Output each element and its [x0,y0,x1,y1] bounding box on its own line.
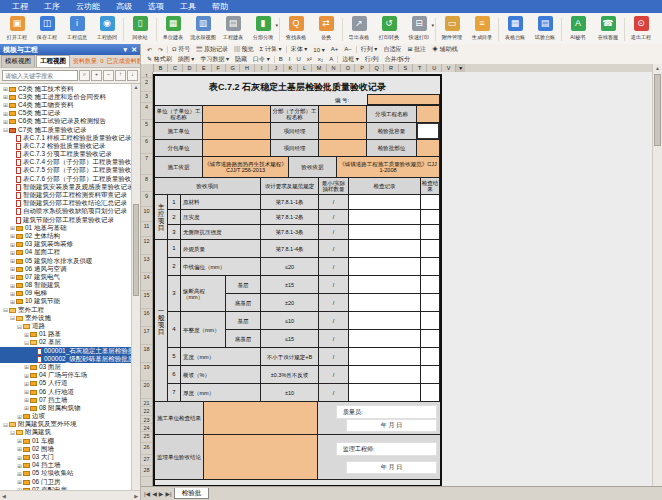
project-collab-button[interactable]: ◉工程协同 [92,14,122,45]
record-cell[interactable] [349,312,421,330]
tree-item[interactable]: ⊞08 附属构筑物 [0,404,132,412]
tree-item[interactable]: ⊞02 围墙 [0,445,132,453]
password-button[interactable]: 口令 ▾ [250,55,273,64]
tree-item[interactable]: ⊞07 建筑电气 [0,273,132,281]
collapse-all-button[interactable]: − [103,70,114,81]
row-header-16[interactable]: 16 [141,309,152,327]
last-sheet-icon[interactable]: ▶| [165,490,171,497]
row-header-4[interactable]: 4 [141,103,152,120]
tree-item[interactable]: ⊞02 主体结构 [0,232,132,240]
column-header-M[interactable]: M [312,64,326,72]
lock-row-col-button[interactable]: 行/列 [362,55,382,64]
move-up-button[interactable]: ↑ [115,70,126,81]
result-cell[interactable] [421,210,440,225]
column-header-F[interactable]: F [212,64,226,72]
record-cell[interactable] [349,240,421,258]
expander-icon[interactable]: ⊟ [2,422,9,428]
record-cell[interactable] [349,348,421,366]
column-header-G[interactable]: G [226,64,240,72]
row-header-28[interactable]: 28 [141,466,152,477]
test-ledger-button[interactable]: ▤试验台账 [530,14,560,45]
expander-icon[interactable]: ⊟ [23,340,30,346]
result-cell[interactable] [421,276,440,294]
tree-horizontal-scrollbar[interactable]: ◀▶ [0,490,140,500]
expander-icon[interactable]: ⊞ [23,364,30,370]
info-value[interactable] [319,140,367,157]
expander-icon[interactable]: ⊞ [16,455,23,461]
tree-item[interactable]: ⊞03 面层 [0,363,132,371]
learning-data-button[interactable]: 学习数据 ▾ [197,55,232,64]
column-header-T[interactable]: T [413,64,427,72]
column-header-R[interactable]: R [384,64,398,72]
row-header-26[interactable]: 26 [141,443,152,454]
row-header-25[interactable]: 25 [141,432,152,443]
pin-icon[interactable]: ▾ [124,44,128,55]
tree-item[interactable]: 表C.7.1 样板工程检验批质量验收记录 [0,134,132,142]
row-header-8[interactable]: 8 [141,175,152,192]
menu-item-3[interactable]: 云功能 [68,0,108,13]
tree-item[interactable]: ⊞06 人行地道 [0,388,132,396]
tree-item[interactable]: 表C.7.6 分部（子分部）工程质量验收记录 [0,175,132,183]
tree-item[interactable]: ⊞06 通风与空调 [0,265,132,273]
exit-project-button[interactable]: ⊙退出工程 [626,14,656,45]
expander-icon[interactable]: ⊞ [2,86,9,92]
expander-icon[interactable]: ⊞ [16,414,23,420]
result-cell[interactable] [421,294,440,312]
tree-item[interactable]: 000002_级配砂砾基层检验批质量 [0,355,132,363]
calculate-button[interactable]: Σ 计算 ▾ [257,45,285,54]
tree-item[interactable]: ⊞05 建筑给水排水及供暖 [0,257,132,265]
row-header-11[interactable]: 11 [141,222,152,237]
expander-icon[interactable]: ⊟ [2,307,9,313]
tree-item[interactable]: ⊞07 挡土墙 [0,396,132,404]
original-record-button[interactable]: ▤ 原始记录 [193,45,231,54]
dropdown-arrow-icon[interactable]: ▾ [431,22,434,28]
row-header-20[interactable]: 20 [141,381,152,399]
info-value[interactable] [319,106,367,123]
expander-icon[interactable]: ⊞ [23,373,30,379]
info-value[interactable] [417,106,440,123]
format-painter-button[interactable]: ✎ 格式刷 [144,55,175,64]
record-cell[interactable] [349,225,421,240]
column-header-N[interactable]: N [327,64,341,72]
save-project-button[interactable]: ◫保存工程 [32,14,62,45]
open-project-button[interactable]: ▣打开工程 [2,14,32,45]
expander-icon[interactable]: ⊞ [23,405,30,411]
row-header-17[interactable]: 17 [141,327,152,345]
subdivision-button[interactable]: ▮分部分项▾ [248,14,278,45]
expander-icon[interactable]: ⊞ [9,283,16,289]
row-header-9[interactable]: 9 [141,192,152,207]
bianhao-cell[interactable] [367,94,440,105]
expander-icon[interactable]: ⊞ [9,291,16,297]
row-header-18[interactable]: 18 [141,345,152,363]
menu-item-2[interactable]: 工序 [36,0,68,13]
expander-icon[interactable]: ⊞ [9,299,16,305]
close-icon[interactable]: ✕ [131,44,137,55]
row-header-5[interactable]: 5 [141,120,152,137]
scrollbar-thumb[interactable] [654,74,661,146]
footer-value[interactable] [204,402,318,435]
menu-item-5[interactable]: 选项 [140,0,172,13]
result-cell[interactable] [421,240,440,258]
expander-icon[interactable]: ⊞ [2,94,9,100]
record-cell[interactable] [349,384,421,402]
expander-icon[interactable]: ⊞ [9,250,16,256]
prev-sheet-icon[interactable]: ◀ [152,490,157,497]
expander-icon[interactable]: ⊞ [23,397,30,403]
column-header-Q[interactable]: Q [370,64,384,72]
row-header-2[interactable]: 2 [141,78,152,92]
preview-button[interactable]: ▥ 预览 [231,45,257,54]
merge-split-button[interactable]: 合并/拆分 [382,55,414,64]
expander-icon[interactable]: ⊟ [9,315,16,321]
tree-item[interactable]: ⊞04 广场与停车场 [0,372,132,380]
flow-section-view-button[interactable]: ▥流水段视图 [188,14,218,45]
row-header-3[interactable]: 3 [141,92,152,103]
column-header-O[interactable]: O [341,64,355,72]
italic-button[interactable]: I [286,56,294,62]
unit-create-table-button[interactable]: ▦单位建表 [158,14,188,45]
tree-item[interactable]: ⊟C7类 施工质量验收记录 [0,126,132,134]
expander-icon[interactable]: ⊞ [23,381,30,387]
result-cell[interactable] [421,258,440,276]
tree-item[interactable]: ⊞01 地基与基础 [0,224,132,232]
expander-icon[interactable]: ⊞ [9,274,16,280]
tree-item[interactable]: ⊟道路 [0,322,132,330]
